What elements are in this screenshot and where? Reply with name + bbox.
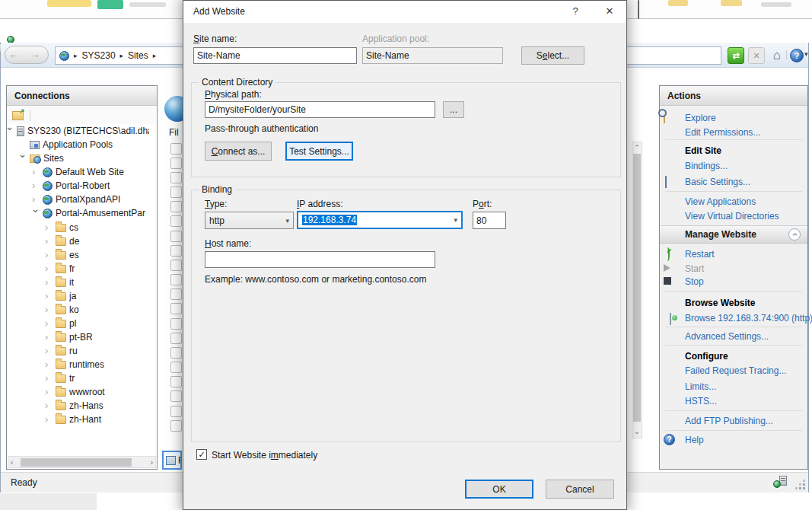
expander-icon[interactable]: › (45, 347, 53, 355)
action-view-virtual-directories[interactable]: View Virtual Directories (659, 209, 808, 223)
feature-icon[interactable] (170, 231, 182, 242)
feature-icon[interactable] (170, 158, 182, 169)
feature-icon[interactable] (170, 376, 182, 387)
breadcrumb-item-server[interactable]: SYS230 (82, 50, 116, 61)
collapse-chevron-icon[interactable]: › (788, 228, 801, 241)
feature-icon[interactable] (170, 260, 182, 271)
tree-item-folder-zh-hans[interactable]: ›zh-Hans (6, 399, 149, 413)
expander-icon[interactable]: › (6, 127, 14, 135)
expander-icon[interactable]: › (45, 375, 53, 382)
dialog-close-icon[interactable]: ✕ (598, 5, 621, 19)
help-dropdown-icon[interactable]: ▾ (804, 50, 808, 58)
tree-item-portalxpandapi[interactable]: ›PortalXpandAPI (6, 193, 149, 206)
tree-item-portal-robert[interactable]: ›Portal-Robert (6, 179, 149, 193)
port-input[interactable] (473, 212, 506, 229)
feature-icon[interactable] (170, 333, 182, 344)
feature-icon[interactable] (170, 390, 182, 402)
expander-icon[interactable]: › (45, 224, 53, 231)
expander-icon[interactable]: › (45, 251, 53, 259)
expander-icon[interactable]: › (32, 209, 40, 217)
action-add-ftp-publishing[interactable]: Add FTP Publishing... (659, 414, 808, 428)
tree-item-folder-ru[interactable]: ›ru (6, 344, 149, 358)
test-settings-button[interactable]: Test Settings... (285, 142, 353, 161)
action-help[interactable]: Help (659, 433, 808, 447)
connect-as-button[interactable]: Connect as... (205, 142, 272, 161)
help-icon[interactable]: ? (790, 49, 804, 62)
feature-icon[interactable] (170, 347, 182, 359)
tree-item-folder-fr[interactable]: ›fr (6, 262, 149, 276)
browse-path-button[interactable]: ... (443, 101, 464, 118)
tree-item-folder-zh-hant[interactable]: ›zh-Hant (6, 413, 149, 426)
feature-icon[interactable] (170, 406, 182, 417)
expander-icon[interactable]: › (45, 416, 53, 423)
action-stop[interactable]: Stop (659, 275, 808, 288)
action-limits[interactable]: Limits... (659, 380, 808, 394)
expander-icon[interactable]: › (19, 155, 27, 162)
features-view-tab[interactable]: F (162, 451, 182, 470)
action-browse-site[interactable]: Browse 192.168.3.74:900 (http) (659, 311, 808, 325)
feature-icon[interactable] (170, 201, 182, 212)
resize-grip[interactable] (803, 487, 805, 489)
breadcrumb-arrow-icon[interactable]: ▸ (120, 52, 124, 59)
stop-icon[interactable]: ✕ (748, 47, 765, 64)
scroll-left-icon[interactable]: ‹ (11, 458, 13, 467)
expander-icon[interactable]: › (45, 237, 53, 245)
expander-icon[interactable]: › (45, 333, 53, 341)
action-bindings[interactable]: Bindings... (659, 159, 808, 173)
feature-icon[interactable] (170, 288, 182, 300)
feature-icon[interactable] (170, 143, 182, 155)
home-icon[interactable]: ⌂ (769, 47, 785, 64)
scrollbar-thumb[interactable] (633, 154, 641, 422)
physical-path-input[interactable] (205, 101, 435, 118)
action-restart[interactable]: Restart (659, 247, 808, 261)
expander-icon[interactable]: › (45, 306, 53, 314)
expander-icon[interactable]: › (45, 265, 53, 273)
feature-icon[interactable] (170, 215, 182, 227)
ip-address-dropdown[interactable]: 192.168.3.74▾ (297, 211, 463, 229)
tree-item-folder-it[interactable]: ›it (6, 276, 149, 289)
tree-item-folder-runtimes[interactable]: ›runtimes (6, 358, 149, 371)
scroll-right-icon[interactable]: › (151, 458, 153, 467)
type-dropdown[interactable]: http▾ (205, 212, 294, 229)
action-failed-request-tracing[interactable]: Failed Request Tracing... (659, 364, 808, 378)
action-view-applications[interactable]: View Applications (659, 195, 808, 209)
expander-icon[interactable]: › (32, 196, 40, 203)
feature-icon[interactable] (170, 318, 182, 330)
expander-icon[interactable]: › (45, 388, 53, 396)
action-advanced-settings[interactable]: Advanced Settings... (659, 330, 808, 343)
action-hsts[interactable]: HSTS... (659, 394, 808, 408)
expander-icon[interactable]: › (45, 279, 53, 286)
feature-icon[interactable] (170, 186, 182, 198)
scroll-up-icon[interactable]: ⌃ (632, 143, 642, 153)
tree-item-folder-pl[interactable]: ›pl (6, 317, 149, 330)
tree-item-folder-cs[interactable]: ›cs (6, 221, 149, 234)
feature-icon[interactable] (170, 303, 182, 314)
breadcrumb-arrow-icon[interactable]: ▸ (153, 52, 157, 59)
back-forward-buttons[interactable]: ← → (5, 46, 49, 64)
tree-item-application-pools[interactable]: ›Application Pools (6, 138, 149, 151)
start-immediately-checkbox[interactable]: ✓ (196, 449, 207, 460)
tree-item-folder-de[interactable]: ›de (6, 234, 149, 248)
expander-icon[interactable]: › (45, 361, 53, 368)
refresh-icon[interactable]: ⇄ (728, 47, 744, 64)
scroll-down-icon[interactable]: ⌄ (632, 427, 642, 437)
action-basic-settings[interactable]: Basic Settings... (659, 175, 808, 189)
expander-icon[interactable]: › (32, 168, 40, 176)
tree-item-folder-pt-br[interactable]: ›pt-BR (6, 330, 149, 344)
expander-icon[interactable]: › (45, 402, 53, 410)
tree-item-folder-wwwroot[interactable]: ›wwwroot (6, 385, 149, 399)
expander-icon[interactable]: › (45, 292, 53, 300)
tree-item-default-web-site[interactable]: ›Default Web Site (6, 165, 149, 179)
action-explore[interactable]: Explore (659, 111, 808, 125)
feature-icon[interactable] (170, 274, 182, 285)
breadcrumb-arrow-icon[interactable]: ▸ (74, 52, 78, 59)
horizontal-scrollbar[interactable]: ‹ › (8, 456, 156, 468)
host-name-input[interactable] (205, 251, 435, 268)
tree-item-portal-amusementpark[interactable]: ›Portal-AmusementPar (6, 206, 149, 220)
feature-icon[interactable] (170, 172, 182, 183)
ok-button[interactable]: OK (465, 480, 533, 499)
feature-icon[interactable] (170, 245, 182, 257)
tree-item-folder-tr[interactable]: ›tr (6, 371, 149, 385)
cancel-button[interactable]: Cancel (546, 480, 614, 499)
feature-icon[interactable] (170, 362, 182, 373)
